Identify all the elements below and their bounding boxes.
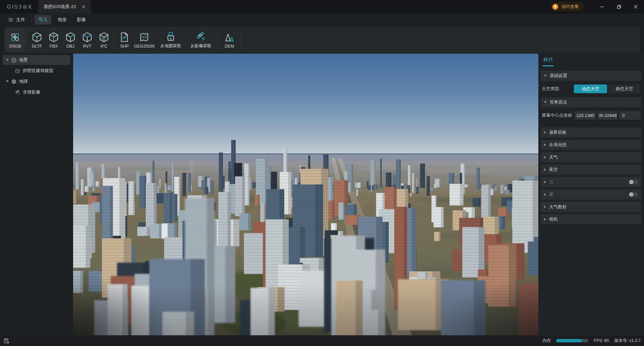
sky-type-row: 天空类型 动态天空 静态天空 [542, 84, 641, 93]
altitude-field[interactable]: 0 [619, 111, 641, 120]
status-bar: 内存 FPS: 60 版本号: v1.3.7 [0, 335, 644, 346]
hamburger-icon [8, 17, 13, 22]
section-atmospheric-scattering[interactable]: 大气散射 [541, 202, 641, 212]
collapsed-arrow-icon [544, 168, 546, 171]
toolbar-item-from-imagery[interactable]: 从影像获取 [186, 28, 216, 52]
renew-plan-button[interactable]: 续约套餐 [550, 2, 584, 11]
toolbar-item-geojson[interactable]: GEOJSON [133, 28, 156, 52]
menu-tab-terrain[interactable]: 地形 [54, 15, 70, 24]
expand-arrow-icon[interactable] [6, 59, 9, 61]
menu-separator [31, 17, 32, 22]
model-icon [15, 68, 20, 74]
brand-logo: GIS3⊕X [7, 3, 32, 10]
version-value: 版本号: v1.3.7 [614, 338, 641, 344]
section-cloud[interactable]: 云 [541, 177, 641, 187]
toolbar-separator [114, 30, 114, 50]
satellite-icon [195, 31, 207, 42]
dynamic-sky-button[interactable]: 动态天空 [574, 84, 607, 93]
restore-button[interactable] [610, 0, 627, 13]
sky-type-label: 天空类型 [542, 86, 559, 92]
fps-value: FPS: 60 [594, 338, 609, 343]
screen-center-label: 屏幕中心点坐标 [542, 112, 572, 118]
toolbar-item-ifc[interactable]: IFC [96, 28, 112, 52]
section-day-night[interactable]: 昼夜切换 [541, 127, 641, 137]
toolbar-separator [218, 30, 218, 50]
section-fog[interactable]: 雾 [541, 189, 641, 199]
collapsed-arrow-icon [544, 193, 546, 196]
fog-toggle[interactable] [629, 192, 638, 197]
cube-fbx-icon [48, 32, 59, 43]
tree-item-global-imagery[interactable]: 全球影像 [3, 87, 70, 97]
toolbar-item-dem[interactable]: DEM [220, 28, 239, 52]
cube-obj-icon [65, 32, 76, 43]
section-camera[interactable]: 相机 [541, 214, 641, 224]
restore-icon [616, 4, 622, 9]
collapsed-arrow-icon [544, 131, 546, 134]
cube-icon [11, 57, 17, 63]
static-sky-button[interactable]: 静态天空 [608, 84, 641, 93]
memory-fill [556, 339, 582, 342]
collapsed-arrow-icon [544, 156, 546, 159]
title-bar: GIS3⊕X 新的GIS场景-22 ✕ 续约套餐 [0, 0, 644, 13]
scene-tab-title: 新的GIS场景-22 [44, 4, 76, 10]
lightning-icon [552, 3, 559, 10]
memory-label: 内存 [542, 338, 551, 344]
menu-tab-import[interactable]: 导入 [35, 15, 51, 24]
minimize-icon [600, 4, 604, 9]
drone-icon [9, 32, 21, 43]
style-panel: 样式 基础设置 天空类型 动态天空 静态天空 世界原点 屏幕中心点坐标 120.… [538, 54, 644, 335]
terrain-icon [224, 32, 235, 43]
tree-item-earth[interactable]: 地球 [3, 76, 70, 86]
toolbar-item-fbx[interactable]: FBX [45, 28, 62, 52]
longitude-field[interactable]: 120.1380 [575, 111, 596, 120]
menu-tab-imagery[interactable]: 影像 [73, 15, 90, 24]
section-global-illumination[interactable]: 全局光照 [541, 140, 641, 150]
expand-arrow-icon[interactable] [6, 80, 9, 82]
memory-bar [556, 339, 588, 342]
collapsed-arrow-icon [544, 181, 546, 183]
tab-style[interactable]: 样式 [543, 57, 553, 66]
section-weather[interactable]: 天气 [541, 152, 641, 162]
viewport-3d-scene[interactable] [73, 54, 538, 335]
gisbox-window: GIS3⊕X 新的GIS场景-22 ✕ 续约套餐 [0, 0, 644, 346]
code-map-icon [139, 32, 150, 43]
section-night-sky[interactable]: 夜空 [541, 165, 641, 175]
toolbar-item-obj[interactable]: OBJ [62, 28, 79, 52]
toolbar-item-from-map[interactable]: 从地图获取 [156, 28, 186, 52]
tab-close-icon[interactable]: ✕ [82, 4, 86, 9]
expand-arrow-icon [544, 75, 547, 77]
log-panel-icon[interactable] [3, 338, 10, 344]
toolbar-item-gltf[interactable]: GLTF [29, 28, 45, 52]
tree-item-scene[interactable]: 场景 [3, 55, 70, 65]
globe-icon [11, 79, 17, 84]
latitude-field[interactable]: 30.32849 [598, 111, 618, 120]
scene-tree-panel: 场景 拱墅区建筑模型 地球 全球影像 [0, 54, 73, 335]
expand-arrow-icon [544, 101, 547, 103]
collapsed-arrow-icon [544, 143, 546, 146]
tree-item-building-model[interactable]: 拱墅区建筑模型 [3, 66, 70, 76]
scene-tab[interactable]: 新的GIS场景-22 ✕ [38, 0, 91, 13]
close-icon [633, 4, 638, 9]
import-toolbar: OSGB GLTF FBX OBJ RVT [4, 27, 640, 53]
close-button[interactable] [627, 0, 644, 13]
toolbar-item-rvt[interactable]: RVT [79, 28, 96, 52]
city-render [73, 54, 538, 335]
toolbar-separator [26, 30, 27, 50]
toolbar-item-shp[interactable]: SHP [116, 28, 133, 52]
polyline-doc-icon [119, 32, 130, 43]
cube-ifc-icon [98, 32, 110, 43]
file-menu[interactable]: 文件 [5, 15, 28, 24]
toolbar-item-osgb[interactable]: OSGB [5, 28, 25, 52]
collapsed-arrow-icon [544, 206, 546, 208]
cube-rvt-icon [82, 32, 93, 43]
renew-plan-label: 续约套餐 [561, 4, 579, 10]
minimize-button[interactable] [594, 0, 610, 13]
collapsed-arrow-icon [544, 218, 546, 221]
cloud-toggle[interactable] [629, 180, 638, 184]
file-menu-label: 文件 [16, 17, 25, 23]
toolbar-separator [241, 30, 241, 50]
section-basic-settings[interactable]: 基础设置 [541, 71, 641, 81]
section-world-origin[interactable]: 世界原点 [541, 97, 641, 107]
menu-bar: 文件 导入 地形 影像 [0, 13, 644, 26]
imagery-icon [15, 90, 20, 95]
